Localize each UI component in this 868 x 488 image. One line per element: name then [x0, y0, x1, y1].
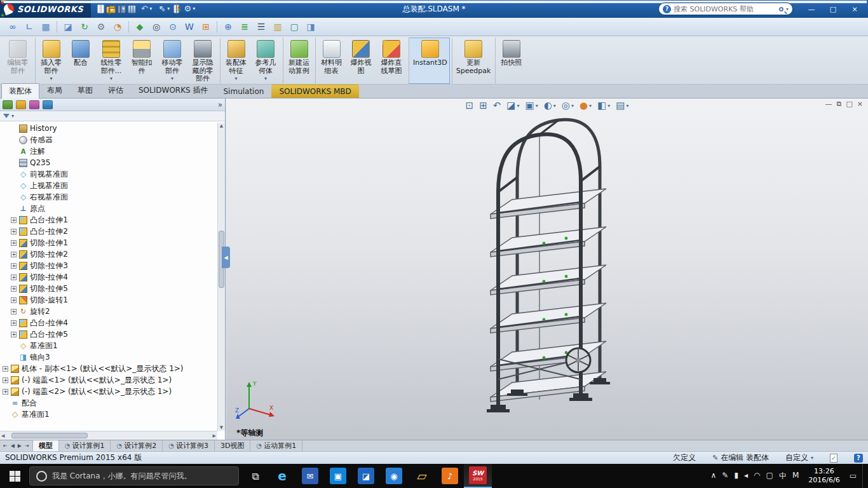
search-icon[interactable] [779, 7, 783, 11]
grid-icon[interactable]: ⊞ [198, 19, 214, 34]
options-gear-icon[interactable]: ⚙ [93, 19, 109, 34]
featuremanager-tab-icon[interactable] [3, 100, 13, 109]
ribbon-button[interactable]: 编辑零 部件 ▾ [3, 37, 33, 84]
tree-item[interactable]: + (-) 端盖<2> (默认<<默认>_显示状态 1>) [0, 386, 217, 397]
motion-icon[interactable]: ↻ [77, 19, 92, 34]
next-tab-button[interactable]: ▶ [17, 443, 23, 449]
mate-reference-icon[interactable]: ∞ [5, 19, 20, 34]
network-icon[interactable]: ◠ [754, 471, 760, 482]
document-tab[interactable]: ◔ 模型 [33, 440, 59, 451]
document-tab[interactable]: ◔ 设计算例1 [59, 440, 111, 451]
scroll-down-icon[interactable]: ▼ [220, 425, 223, 430]
tree-item[interactable]: + 凸台-拉伸2 [0, 226, 217, 237]
select-icon[interactable]: ⇖ ▾ [156, 3, 172, 15]
viewport-restore-icon[interactable]: ⧉ [837, 100, 842, 108]
viewport-minimize-icon[interactable]: — [825, 100, 832, 108]
maximize-button[interactable]: □ [822, 2, 844, 16]
save-icon[interactable]: ▾ [118, 5, 126, 13]
taskbar-clock[interactable]: 13:26 2016/6/6 [804, 467, 843, 485]
measure-icon[interactable]: ∟ [22, 19, 37, 34]
tree-item[interactable]: + 切除-拉伸3 [0, 260, 217, 271]
ribbon-button[interactable]: 装配体 特征 ▾ [220, 37, 250, 84]
edge-icon[interactable]: e [268, 464, 296, 488]
last-tab-button[interactable]: ⇥ [24, 443, 31, 449]
show-desktop-button[interactable] [862, 464, 865, 488]
scroll-up-icon[interactable]: ▲ [220, 123, 223, 128]
chevron-down-icon[interactable]: ▾ [786, 6, 789, 12]
tray-expand-icon[interactable]: ∧ [711, 471, 717, 482]
commandmanager-tab[interactable]: 草图 [70, 83, 100, 98]
task-view-button[interactable]: ⧉ [243, 464, 268, 488]
tree-item[interactable]: + 凸台-拉伸5 [0, 329, 217, 340]
appearance-icon[interactable]: ◔ [110, 19, 125, 34]
magnifier-icon[interactable]: ⊙ [165, 19, 180, 34]
scroll-right-icon[interactable]: ▶ [213, 433, 216, 438]
tree-item[interactable]: + 切除-拉伸2 [0, 248, 217, 260]
tree-vertical-scrollbar[interactable]: ▲ ▼ [217, 123, 225, 431]
help-search-box[interactable]: ? ▾ [658, 3, 793, 15]
ribbon-button[interactable]: 智能扣 件 ▾ [126, 37, 157, 84]
file-explorer-icon[interactable]: ▱ [408, 464, 436, 488]
viewport-maximize-icon[interactable]: □ [846, 100, 852, 108]
tree-item[interactable]: + 切除-拉伸1 [0, 237, 217, 248]
expand-box[interactable]: + [11, 332, 17, 337]
battery-icon[interactable]: ▮ [734, 471, 738, 482]
undo-icon[interactable]: ↶ ▾ [138, 3, 154, 15]
status-help-icon[interactable]: ? [854, 454, 863, 463]
tree-item[interactable]: + (-) 端盖<1> (默认<<默认>_显示状态 1>) [0, 374, 217, 386]
close-button[interactable]: × [844, 2, 865, 16]
expand-box[interactable]: + [11, 309, 17, 315]
chevron-down-icon[interactable]: ▾ [11, 113, 14, 119]
visibility-eye-icon[interactable]: ◎ [149, 19, 164, 34]
browser-icon[interactable]: ◉ [380, 464, 408, 488]
tree-item[interactable]: + 切除-拉伸4 [0, 271, 217, 283]
configurationmanager-tab-icon[interactable] [29, 100, 39, 109]
document-tab[interactable]: ◔ 设计算例2 [111, 440, 163, 451]
expand-box[interactable]: + [11, 252, 17, 257]
tree-item[interactable]: + History [0, 123, 217, 134]
tree-item[interactable]: + 基准面1 [0, 340, 217, 351]
mail-icon[interactable]: ✉ [296, 464, 324, 488]
tree-item[interactable]: + 传感器 [0, 134, 217, 146]
expand-box[interactable]: + [3, 389, 8, 395]
status-custom-dropdown[interactable]: 自定义 ▾ [785, 452, 813, 463]
ribbon-button[interactable]: Instant3D ▾ [409, 37, 450, 84]
filter-funnel-icon[interactable] [3, 114, 10, 118]
action-center-icon[interactable]: ▭ [850, 471, 857, 480]
tree-item[interactable]: + 前视基准面 [0, 168, 217, 180]
commandmanager-tab[interactable]: 装配体 [1, 83, 39, 98]
expand-box[interactable]: + [11, 217, 17, 223]
expand-box[interactable]: + [11, 229, 17, 234]
scrollbar-thumb[interactable] [11, 433, 88, 438]
displaymanager-tab-icon[interactable] [43, 100, 53, 109]
toolbox-icon[interactable]: W [182, 19, 197, 34]
volume-icon[interactable]: ◂ [744, 471, 748, 482]
expand-box[interactable]: + [11, 320, 17, 326]
new-document-icon[interactable]: ▾ [97, 4, 104, 13]
ribbon-button[interactable]: 配合 ▾ [65, 37, 96, 84]
expand-box[interactable]: + [11, 263, 17, 269]
search-input[interactable] [674, 5, 776, 13]
assembly-3d-model[interactable] [449, 106, 652, 437]
ribbon-button[interactable]: 移动零 部件 ▾ [157, 37, 187, 84]
print-small-icon[interactable]: ☰ [254, 19, 269, 34]
tree-item[interactable]: + 基准面1 [0, 409, 217, 420]
expand-box[interactable]: + [11, 286, 17, 292]
tree-item[interactable]: + 旋转2 [0, 306, 217, 317]
ime-mode-indicator[interactable]: M [792, 471, 799, 482]
start-button[interactable] [0, 464, 29, 488]
display-icon[interactable]: ▢ [766, 471, 773, 482]
cortana-search-box[interactable]: 我是 Cortana，小娜。有问题尽管问我。 [29, 466, 239, 485]
expand-box[interactable]: + [3, 377, 8, 383]
open-document-icon[interactable]: ▾ [106, 6, 116, 13]
document-tab[interactable]: ◔ 运动算例1 [250, 440, 302, 451]
options-icon[interactable]: ⚙ ▾ [181, 3, 197, 15]
tree-item[interactable]: + 右视基准面 [0, 191, 217, 203]
expand-box[interactable]: + [11, 240, 17, 246]
tree-item[interactable]: + Q235 [0, 157, 217, 168]
document-tab[interactable]: ◔ 设计算例3 [163, 440, 215, 451]
ribbon-button[interactable]: 显示隐 藏的零 部件 ▾ [187, 37, 218, 84]
prev-tab-button[interactable]: ◀ [10, 443, 16, 449]
commandmanager-tab[interactable]: SOLIDWORKS 插件 [131, 83, 215, 98]
panel-expand-button[interactable]: » [218, 100, 222, 109]
